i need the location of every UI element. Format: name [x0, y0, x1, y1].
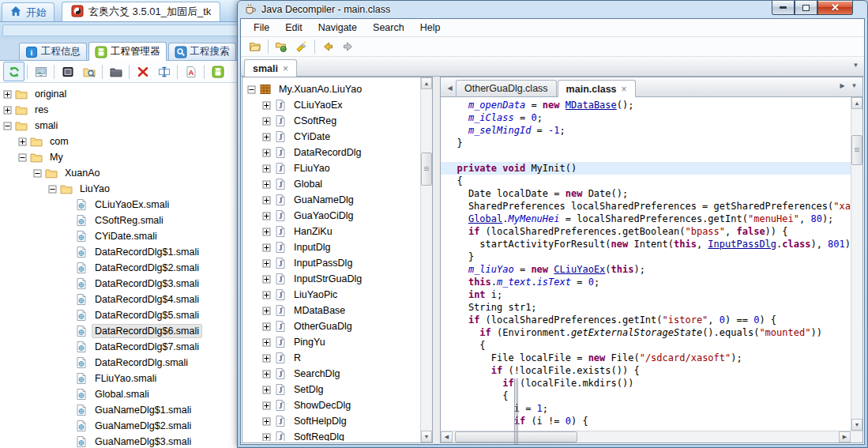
file-tree-item[interactable]: XuanAo	[0, 165, 242, 181]
file-tree-item[interactable]: smali	[0, 118, 242, 134]
panel-tab-info[interactable]: i工程信息	[19, 43, 87, 60]
tabs-scroll-left-icon[interactable]: ◀	[444, 81, 456, 95]
class-tree-vscrollbar[interactable]: ▲ ▼	[420, 77, 432, 442]
expander-minus-icon[interactable]	[18, 153, 27, 162]
menu-help[interactable]: Help	[412, 22, 449, 33]
tree-expander[interactable]	[262, 228, 271, 236]
file-tree-item[interactable]: original	[0, 86, 242, 102]
tree-expander[interactable]	[18, 153, 27, 162]
menu-search[interactable]: Search	[365, 22, 412, 33]
editor-vscrollbar[interactable]: ▲ ▼	[851, 97, 862, 431]
expander-minus-icon[interactable]	[3, 122, 12, 130]
file-tree-item[interactable]: DataRecordDlg$7.smali	[0, 339, 242, 355]
tree-expander[interactable]	[262, 196, 271, 205]
forward-button[interactable]	[338, 38, 359, 56]
file-tree-item[interactable]: DataRecordDlg$4.smali	[0, 292, 242, 307]
file-tree-item[interactable]: res	[0, 102, 242, 118]
menu-file[interactable]: File	[246, 22, 277, 33]
tree-expander[interactable]	[3, 90, 12, 99]
code-tab-main-class[interactable]: main.class×	[558, 80, 636, 97]
maximize-button[interactable]	[795, 1, 817, 15]
panel-tab-search[interactable]: 工程搜索	[168, 43, 236, 60]
expander-plus-icon[interactable]	[18, 137, 27, 146]
open-file-button[interactable]	[245, 38, 265, 56]
file-tree-item[interactable]: DataRecordDlg$2.smali	[0, 260, 242, 276]
expander-plus-icon[interactable]	[262, 322, 271, 331]
folder-search-button[interactable]	[78, 62, 100, 81]
class-tree-item[interactable]: JLiuYaoPic	[244, 287, 419, 303]
file-tree-item[interactable]: CSoftReg.smali	[0, 213, 242, 228]
class-tree-item[interactable]: JCSoftReg	[244, 113, 419, 129]
tree-expander[interactable]	[262, 164, 271, 173]
tab-close-icon[interactable]: ×	[622, 84, 627, 95]
tree-expander[interactable]	[262, 259, 271, 268]
expander-plus-icon[interactable]	[3, 106, 12, 115]
file-tree-item[interactable]: LiuYao	[0, 181, 242, 197]
class-tree-item[interactable]: JR	[244, 350, 419, 366]
file-tree-item[interactable]: CYiDate.smali	[0, 228, 242, 244]
editor-scroll-thumb[interactable]	[851, 135, 862, 165]
file-tree-item[interactable]: GuaNameDlg$2.smali	[0, 418, 242, 434]
search-flashlight-button[interactable]	[291, 38, 312, 56]
tree-expander[interactable]	[48, 185, 57, 194]
class-tree-item[interactable]: JSoftHelpDlg	[244, 413, 419, 429]
expander-plus-icon[interactable]	[262, 101, 271, 110]
class-tree-item[interactable]: JDataRecordDlg	[244, 145, 419, 160]
class-tree-item[interactable]: JGuaYaoCiDlg	[244, 208, 419, 224]
scroll-left-icon[interactable]: ◀	[441, 431, 453, 442]
class-tree-item[interactable]: JFLiuYao	[244, 160, 419, 176]
back-button[interactable]	[318, 38, 338, 56]
expander-plus-icon[interactable]	[262, 386, 271, 394]
tree-expander[interactable]	[262, 243, 271, 252]
code-editor[interactable]: m_openData = new MDataBase(); m_iClass =…	[441, 97, 862, 431]
file-tree-item[interactable]: Global.smali	[0, 386, 242, 402]
close-button[interactable]: ✕	[817, 1, 853, 15]
tabs-list-icon[interactable]: ▼	[848, 78, 860, 92]
tree-expander[interactable]	[247, 85, 256, 94]
tabs-scroll-right-icon[interactable]: ▶	[836, 78, 848, 92]
tree-expander[interactable]	[262, 133, 271, 141]
expander-plus-icon[interactable]	[262, 180, 271, 189]
file-tree-item[interactable]: My	[0, 149, 242, 165]
expander-plus-icon[interactable]	[262, 291, 271, 299]
tree-expander[interactable]	[262, 433, 271, 442]
delete-button[interactable]	[132, 62, 153, 81]
file-tree-item[interactable]: GuaNameDlg$3.smali	[0, 434, 242, 448]
expander-plus-icon[interactable]	[262, 149, 271, 157]
class-tree-item[interactable]: JHanZiKu	[244, 224, 419, 239]
class-tree-item[interactable]: My.XuanAo.LiuYao	[244, 81, 419, 97]
scroll-down-icon[interactable]: ▼	[851, 419, 862, 431]
expander-plus-icon[interactable]	[262, 433, 271, 442]
expander-minus-icon[interactable]	[33, 169, 42, 178]
open-type-button[interactable]	[271, 38, 291, 56]
start-tab[interactable]: 开始	[2, 2, 54, 21]
class-tree-item[interactable]: JInputStrGuaDlg	[244, 271, 419, 287]
expander-plus-icon[interactable]	[262, 164, 271, 173]
doc-a-button[interactable]: A	[180, 62, 201, 81]
expander-plus-icon[interactable]	[262, 370, 271, 378]
class-tree-item[interactable]: JInputPassDlg	[244, 255, 419, 271]
tree-expander[interactable]	[262, 212, 271, 220]
expander-plus-icon[interactable]	[262, 243, 271, 252]
expander-minus-icon[interactable]	[48, 185, 57, 194]
code-tab-OtherGuaDlg-class[interactable]: OtherGuaDlg.class	[456, 80, 557, 96]
file-tree-item[interactable]: com	[0, 134, 242, 149]
menu-navigate[interactable]: Navigate	[310, 22, 365, 33]
expander-plus-icon[interactable]	[262, 275, 271, 284]
tree-expander[interactable]	[262, 275, 271, 284]
expander-plus-icon[interactable]	[262, 338, 271, 347]
tree-expander[interactable]	[262, 370, 271, 378]
rename-button[interactable]	[153, 62, 175, 81]
tree-expander[interactable]	[262, 401, 271, 410]
tree-expander[interactable]	[262, 291, 271, 299]
class-tree-item[interactable]: JMDataBase	[244, 303, 419, 318]
class-tree-item[interactable]: JShowDecDlg	[244, 397, 419, 413]
folder-dark-button[interactable]	[105, 62, 126, 81]
expander-plus-icon[interactable]	[262, 228, 271, 236]
class-tree-item[interactable]: JSoftRegDlg	[244, 429, 419, 441]
class-tree-item[interactable]: JSearchDlg	[244, 366, 419, 382]
class-tree-item[interactable]: JInputDlg	[244, 239, 419, 255]
tree-expander[interactable]	[262, 307, 271, 315]
tree-expander[interactable]	[33, 169, 42, 178]
class-tree-item[interactable]: JGlobal	[244, 176, 419, 192]
